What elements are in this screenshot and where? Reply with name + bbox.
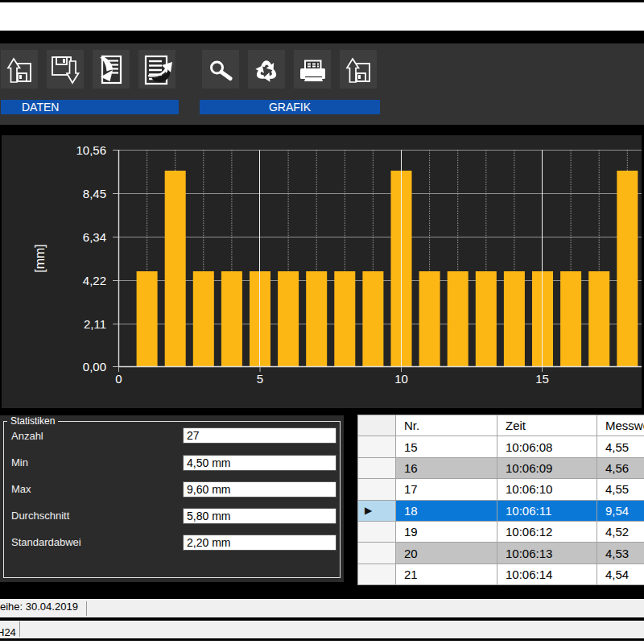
svg-text:0: 0 (115, 372, 122, 386)
svg-text:10: 10 (394, 372, 408, 386)
svg-text:0,00: 0,00 (83, 360, 106, 374)
svg-text:15: 15 (535, 372, 549, 386)
svg-text:6,34: 6,34 (83, 230, 106, 244)
svg-text:8,45: 8,45 (83, 187, 106, 200)
svg-text:5: 5 (257, 372, 263, 386)
svg-text:[mm]: [mm] (33, 244, 47, 273)
svg-text:4,22: 4,22 (83, 274, 106, 287)
svg-text:10,56: 10,56 (76, 143, 106, 157)
svg-text:2,11: 2,11 (84, 317, 106, 331)
